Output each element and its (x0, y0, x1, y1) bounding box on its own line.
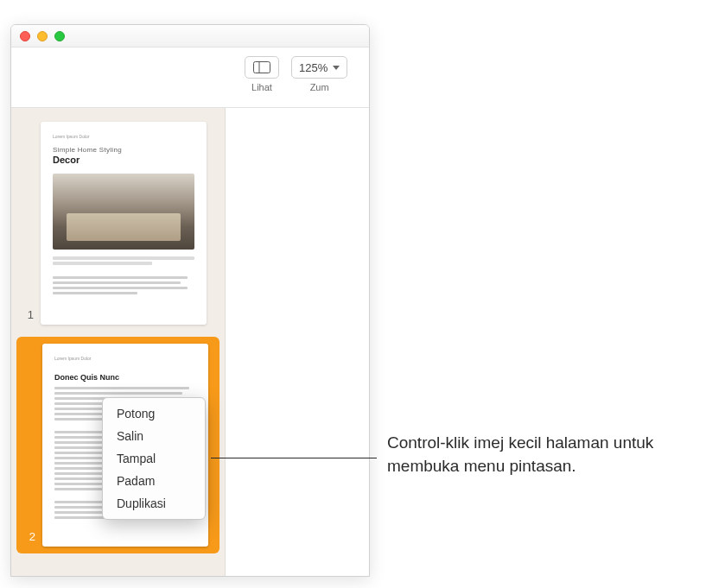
context-menu-paste[interactable]: Tampal (103, 447, 205, 470)
thumbnail-caption-line (53, 256, 194, 260)
view-label: Lihat (251, 82, 272, 92)
thumbnail-text-line (53, 287, 188, 289)
thumbnail-text-line (53, 281, 181, 284)
page-number: 2 (23, 530, 35, 547)
zoom-value: 125% (299, 61, 328, 74)
context-menu-duplicate[interactable]: Duplikasi (103, 492, 205, 515)
view-button[interactable] (245, 56, 279, 79)
thumbnail-caption-line (53, 262, 152, 265)
minimize-window-button[interactable] (37, 31, 48, 41)
close-window-button[interactable] (20, 31, 30, 41)
thumbnail-row-1: 1 Lorem Ipsum Dolor Simple Home Styling … (22, 122, 214, 325)
view-toolbar-item: Lihat (245, 56, 279, 92)
thumbnail-text-line (54, 387, 189, 389)
titlebar (11, 25, 369, 47)
page-thumbnail-1[interactable]: Lorem Ipsum Dolor Simple Home Styling De… (41, 122, 207, 325)
toolbar: Lihat 125% Zum (11, 47, 369, 108)
thumbnail-subtitle: Simple Home Styling (53, 146, 194, 154)
thumbnail-heading: Donec Quis Nunc (54, 373, 196, 382)
context-menu: Potong Salin Tampal Padam Duplikasi (102, 397, 206, 520)
context-menu-delete[interactable]: Padam (103, 470, 205, 492)
zoom-toolbar-item: 125% Zum (291, 56, 347, 92)
maximize-window-button[interactable] (54, 31, 65, 41)
thumbnail-header-text: Lorem Ipsum Dolor (53, 134, 194, 139)
sidebar-icon (253, 61, 270, 73)
thumbnail-text-line (53, 292, 137, 294)
zoom-dropdown[interactable]: 125% (291, 56, 347, 79)
thumbnail-header-text: Lorem Ipsum Dolor (54, 356, 196, 361)
context-menu-copy[interactable]: Salin (103, 425, 205, 447)
zoom-label: Zum (310, 82, 329, 92)
callout-text: Control-klik imej kecil halaman untuk me… (387, 432, 681, 477)
thumbnail-image (53, 174, 194, 250)
thumbnail-text-line (54, 392, 182, 395)
context-menu-cut[interactable]: Potong (103, 402, 205, 425)
callout-leader-line (211, 458, 377, 458)
thumbnail-title: Decor (53, 155, 194, 165)
chevron-down-icon (333, 66, 340, 70)
svg-rect-0 (254, 62, 270, 73)
page-number: 1 (22, 308, 34, 325)
document-canvas[interactable] (226, 108, 369, 576)
thumbnail-text-line (53, 276, 188, 279)
